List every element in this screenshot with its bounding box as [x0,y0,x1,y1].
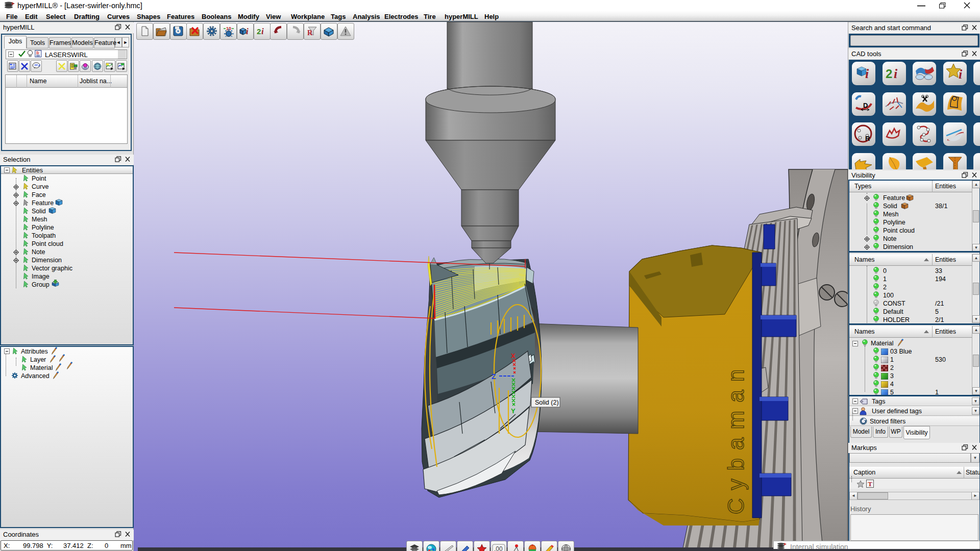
svg-text:Solid (2): Solid (2) [535,399,559,406]
svg-text:X: X [511,352,516,360]
svg-text:2: 2 [886,67,892,81]
svg-text:i: i [261,27,264,36]
svg-text:Y: Y [511,407,516,415]
svg-text:i: i [246,27,249,36]
svg-text:2: 2 [257,27,261,36]
svg-text:Z: Z [492,372,496,381]
svg-text:R: R [865,135,870,142]
svg-text:Cybaman: Cybaman [723,361,748,514]
svg-text:10: 10 [226,26,231,31]
svg-text:i: i [959,67,963,82]
svg-text:D: D [863,102,868,109]
svg-text:i: i [894,66,898,81]
svg-text:i: i [865,66,869,81]
svg-text:R: R [307,29,313,37]
svg-text:.00: .00 [494,545,503,551]
